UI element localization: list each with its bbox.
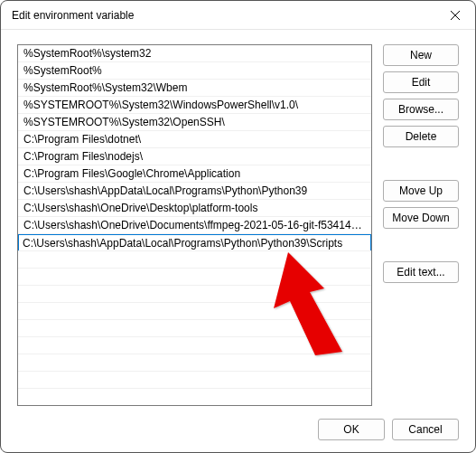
footer: OK Cancel (1, 407, 475, 452)
path-edit-input[interactable] (18, 234, 371, 251)
list-item[interactable]: C:\Program Files\Google\Chrome\Applicati… (18, 165, 371, 183)
button-column: New Edit Browse... Delete Move Up Move D… (383, 44, 459, 406)
content-area: %SystemRoot%\system32 %SystemRoot% %Syst… (1, 30, 475, 406)
cancel-button[interactable]: Cancel (392, 419, 459, 440)
titlebar: Edit environment variable (1, 1, 475, 30)
empty-row (18, 354, 371, 372)
new-button[interactable]: New (383, 44, 459, 66)
empty-row (18, 269, 371, 286)
list-item-editing[interactable] (18, 234, 371, 251)
move-down-button[interactable]: Move Down (383, 207, 459, 229)
list-item[interactable]: C:\Users\shash\OneDrive\Desktop\platform… (18, 200, 371, 217)
browse-button[interactable]: Browse... (383, 99, 459, 120)
empty-row (18, 251, 371, 269)
ok-button[interactable]: OK (318, 419, 385, 440)
close-icon (451, 11, 460, 20)
window-title: Edit environment variable (12, 9, 134, 22)
empty-row (18, 320, 371, 337)
move-up-button[interactable]: Move Up (383, 180, 459, 202)
list-item[interactable]: %SYSTEMROOT%\System32\WindowsPowerShell\… (18, 97, 371, 114)
list-item[interactable]: %SystemRoot% (18, 62, 371, 80)
edit-button[interactable]: Edit (383, 71, 459, 93)
empty-row (18, 286, 371, 303)
edit-text-button[interactable]: Edit text... (383, 261, 459, 283)
path-listbox[interactable]: %SystemRoot%\system32 %SystemRoot% %Syst… (17, 44, 372, 406)
empty-row (18, 337, 371, 354)
close-button[interactable] (435, 1, 475, 30)
list-item[interactable]: %SYSTEMROOT%\System32\OpenSSH\ (18, 114, 371, 131)
list-item[interactable]: C:\Program Files\nodejs\ (18, 148, 371, 165)
empty-row (18, 389, 371, 406)
empty-row (18, 372, 371, 389)
list-item[interactable]: C:\Users\shash\OneDrive\Documents\ffmpeg… (18, 217, 371, 234)
list-item[interactable]: C:\Users\shash\AppData\Local\Programs\Py… (18, 183, 371, 200)
list-item[interactable]: C:\Program Files\dotnet\ (18, 131, 371, 148)
list-item[interactable]: %SystemRoot%\system32 (18, 45, 371, 62)
delete-button[interactable]: Delete (383, 126, 459, 147)
empty-row (18, 303, 371, 320)
list-item[interactable]: %SystemRoot%\System32\Wbem (18, 80, 371, 97)
